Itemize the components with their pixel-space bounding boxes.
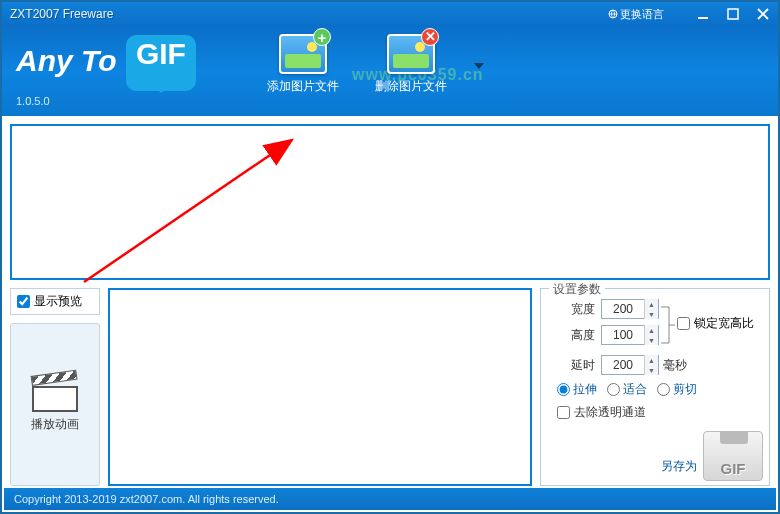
brand: Any To GIF 1.0.5.0 bbox=[16, 35, 196, 107]
save-as-label[interactable]: 另存为 bbox=[661, 458, 697, 481]
params-legend: 设置参数 bbox=[549, 281, 605, 298]
width-stepper[interactable]: 200 ▲▼ bbox=[601, 299, 659, 319]
width-up[interactable]: ▲ bbox=[645, 299, 658, 309]
play-animation-button[interactable]: 播放动画 bbox=[10, 323, 100, 486]
remove-alpha-checkbox[interactable] bbox=[557, 406, 570, 419]
app-window: ZXT2007 Freeware 更换语言 Any To GIF 1.0.5. bbox=[0, 0, 780, 514]
brand-text: Any To bbox=[16, 44, 117, 77]
fit-stretch-option[interactable]: 拉伸 bbox=[557, 381, 597, 398]
fit-fit-option[interactable]: 适合 bbox=[607, 381, 647, 398]
lock-aspect-toggle[interactable]: 锁定宽高比 bbox=[677, 315, 754, 332]
show-preview-checkbox[interactable] bbox=[17, 295, 30, 308]
lock-aspect-checkbox[interactable] bbox=[677, 317, 690, 330]
add-image-label: 添加图片文件 bbox=[258, 78, 348, 95]
delay-down[interactable]: ▼ bbox=[645, 365, 658, 375]
save-as-button[interactable]: GIF bbox=[703, 431, 763, 481]
maximize-button[interactable] bbox=[718, 2, 748, 26]
toolbar-dropdown[interactable] bbox=[474, 58, 484, 72]
image-list[interactable] bbox=[10, 124, 770, 280]
params-panel: 设置参数 宽度 200 ▲▼ 高度 100 ▲▼ bbox=[540, 288, 770, 486]
close-icon bbox=[757, 8, 769, 20]
delay-label: 延时 bbox=[549, 357, 595, 374]
play-animation-label: 播放动画 bbox=[31, 416, 79, 433]
delay-unit: 毫秒 bbox=[663, 357, 687, 374]
lock-aspect-label: 锁定宽高比 bbox=[694, 315, 754, 332]
delay-up[interactable]: ▲ bbox=[645, 355, 658, 365]
delete-image-button[interactable]: ✕ 删除图片文件 bbox=[366, 34, 456, 95]
preview-area bbox=[108, 288, 532, 486]
main-area: 显示预览 播放动画 设置参数 宽度 200 bbox=[2, 116, 778, 486]
height-up[interactable]: ▲ bbox=[645, 325, 658, 335]
height-stepper[interactable]: 100 ▲▼ bbox=[601, 325, 659, 345]
annotation-arrow bbox=[78, 138, 318, 288]
show-preview-label: 显示预览 bbox=[34, 293, 82, 310]
minimize-icon bbox=[697, 8, 709, 20]
delay-value: 200 bbox=[602, 358, 644, 372]
svg-rect-2 bbox=[728, 9, 738, 19]
height-down[interactable]: ▼ bbox=[645, 335, 658, 345]
minimize-button[interactable] bbox=[688, 2, 718, 26]
close-button[interactable] bbox=[748, 2, 778, 26]
clapperboard-icon bbox=[32, 376, 78, 412]
svg-line-3 bbox=[84, 140, 292, 282]
toolbar: + 添加图片文件 ✕ 删除图片文件 bbox=[258, 34, 484, 95]
add-image-button[interactable]: + 添加图片文件 bbox=[258, 34, 348, 95]
chevron-down-icon bbox=[474, 63, 484, 69]
version-label: 1.0.5.0 bbox=[16, 95, 196, 107]
width-down[interactable]: ▼ bbox=[645, 309, 658, 319]
brand-gif-badge: GIF bbox=[126, 35, 196, 91]
globe-icon bbox=[608, 9, 618, 19]
remove-alpha-label: 去除透明通道 bbox=[574, 404, 646, 421]
height-label: 高度 bbox=[549, 327, 595, 344]
remove-alpha-toggle[interactable]: 去除透明通道 bbox=[557, 404, 761, 421]
delay-stepper[interactable]: 200 ▲▼ bbox=[601, 355, 659, 375]
title-bar: ZXT2007 Freeware 更换语言 bbox=[2, 2, 778, 26]
svg-rect-1 bbox=[698, 17, 708, 19]
window-title: ZXT2007 Freeware bbox=[10, 7, 113, 21]
language-switch[interactable]: 更换语言 bbox=[608, 7, 664, 22]
save-as-gif-icon: GIF bbox=[704, 460, 762, 477]
image-delete-icon: ✕ bbox=[387, 34, 435, 74]
delete-image-label: 删除图片文件 bbox=[366, 78, 456, 95]
maximize-icon bbox=[727, 8, 739, 20]
fit-mode-group: 拉伸 适合 剪切 bbox=[557, 381, 761, 398]
width-label: 宽度 bbox=[549, 301, 595, 318]
image-add-icon: + bbox=[279, 34, 327, 74]
height-value: 100 bbox=[602, 328, 644, 342]
show-preview-toggle[interactable]: 显示预览 bbox=[10, 288, 100, 315]
status-bar: Copyright 2013-2019 zxt2007.com. All rig… bbox=[4, 488, 776, 510]
width-value: 200 bbox=[602, 302, 644, 316]
fit-crop-option[interactable]: 剪切 bbox=[657, 381, 697, 398]
header: Any To GIF 1.0.5.0 www.pc0359.cn + 添加图片文… bbox=[2, 26, 778, 116]
language-switch-label: 更换语言 bbox=[620, 7, 664, 22]
